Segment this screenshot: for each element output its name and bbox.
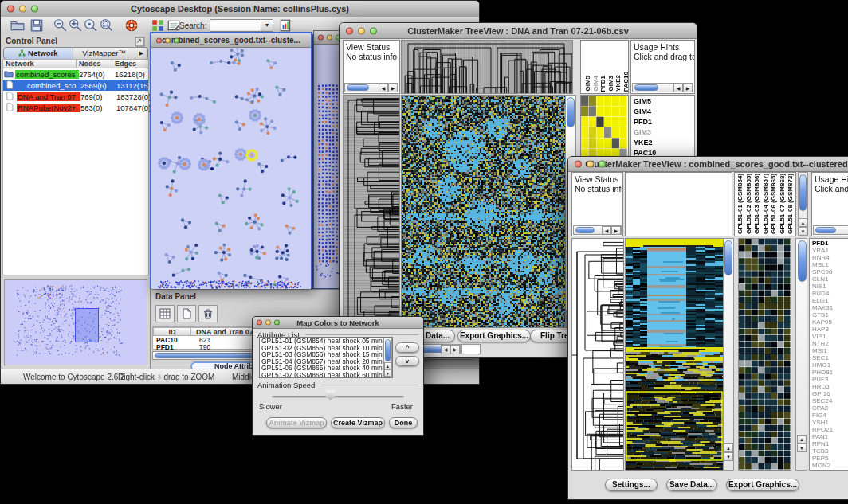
column-label[interactable]: PFD1 — [599, 76, 607, 92]
open-session-button[interactable] — [10, 18, 25, 33]
minimize-button[interactable] — [265, 320, 271, 326]
column-label[interactable]: GPL51-02 (GSM855) — [745, 174, 752, 234]
scroll-right-arrow[interactable]: ▶ — [683, 84, 693, 92]
gene-label[interactable]: GTB1 — [812, 311, 848, 318]
delete-attribute-trash-icon[interactable] — [198, 305, 218, 322]
network-canvas[interactable] — [151, 48, 311, 289]
animation-speed-slider-track[interactable] — [272, 396, 404, 398]
gene-label[interactable]: GIM5 — [634, 96, 694, 107]
gene-label[interactable]: NIS1 — [812, 283, 848, 290]
tv2-save-data-button[interactable]: Save Data... — [666, 479, 717, 491]
gene-label[interactable]: FIG4 — [812, 412, 848, 419]
scroll-down-arrow[interactable]: ▼ — [797, 443, 807, 452]
scroll-right-arrow[interactable]: ▶ — [611, 226, 621, 235]
scroll-left-arrow[interactable]: ◀ — [673, 84, 683, 92]
zoom-button[interactable] — [599, 161, 606, 168]
minimize-button[interactable] — [587, 161, 594, 168]
gene-label[interactable]: SEC1 — [812, 354, 848, 361]
close-button[interactable] — [257, 320, 262, 326]
gene-label[interactable]: VIP1 — [812, 333, 848, 340]
tv1-view-status-scrollbar[interactable]: ◀ ▶ — [344, 83, 398, 92]
gene-label[interactable]: NTR2 — [812, 340, 848, 347]
gene-label[interactable]: HMG1 — [812, 361, 848, 369]
save-session-button[interactable] — [29, 18, 44, 33]
header-network[interactable]: Network — [2, 59, 77, 68]
scroll-right-arrow[interactable]: ▶ — [450, 345, 460, 354]
zoom-button[interactable] — [31, 6, 38, 13]
dialog-title-bar[interactable]: Map Colors to Network — [253, 317, 423, 329]
search-dropdown-arrow[interactable]: ▼ — [261, 19, 273, 32]
attribute-list-item[interactable]: GPL51-07 (GSM868) heat shock 60 min — [261, 372, 392, 378]
column-label[interactable]: GIM4 — [592, 76, 599, 92]
minimize-button[interactable] — [327, 35, 332, 41]
scroll-left-arrow[interactable]: ◀ — [379, 84, 388, 92]
tv2-heatmap-canvas[interactable] — [626, 239, 724, 470]
column-label[interactable]: GPL51-06 (GSM865) — [770, 174, 777, 234]
scroll-up-arrow[interactable]: ▲ — [384, 362, 391, 369]
gene-label[interactable]: CLN1 — [812, 275, 848, 283]
gene-label[interactable]: HAP3 — [812, 326, 848, 333]
scroll-down-arrow[interactable]: ▼ — [384, 369, 391, 377]
network-list-row[interactable]: DNA and Tran 07769(0)183728(0) — [3, 91, 148, 102]
gene-label[interactable]: RNR4 — [812, 254, 848, 261]
scroll-left-arrow[interactable]: ◀ — [441, 345, 450, 354]
tv1-row-dendrogram[interactable] — [344, 96, 399, 327]
minimize-button[interactable] — [19, 6, 26, 13]
column-label[interactable]: GPL51-08 (GSM872) — [787, 174, 794, 234]
scroll-down-arrow[interactable]: ▼ — [724, 452, 733, 461]
close-button[interactable] — [156, 37, 162, 43]
gene-label[interactable]: SEC24 — [812, 397, 848, 404]
gene-label[interactable]: PHO81 — [812, 369, 848, 376]
tv1-heatmap-canvas[interactable] — [402, 96, 566, 327]
move-up-button[interactable]: ^ — [395, 342, 419, 353]
tv2-column-labels-scrollbar[interactable]: ▲ ▼ — [798, 172, 808, 236]
column-label[interactable]: PAC10 — [622, 72, 630, 92]
search-report-icon[interactable] — [278, 18, 292, 33]
network-overview[interactable] — [4, 279, 147, 365]
id-column-header[interactable]: ID — [153, 327, 191, 336]
gene-label[interactable]: YKE2 — [634, 138, 694, 148]
column-label[interactable]: GPL51-07 (GSM868) — [779, 174, 786, 234]
attribute-list-scrollbar[interactable]: ▲ ▼ — [383, 338, 392, 377]
tv2-detail-vscrollbar[interactable]: ▲ ▼ — [795, 238, 807, 471]
tv1-usage-hints-scrollbar[interactable]: ◀ ▶ — [632, 83, 693, 92]
tab-network[interactable]: Network — [3, 47, 73, 60]
animate-vizmap-button[interactable]: Animate Vizmap — [266, 417, 327, 428]
scroll-up-arrow[interactable]: ▲ — [797, 435, 807, 443]
network-list-row[interactable]: combined_sco2569(6)13112(15) — [3, 80, 148, 91]
gene-label[interactable]: MSI1 — [812, 347, 848, 354]
gene-label[interactable]: CPA2 — [812, 404, 848, 412]
tv2-usage-hints-scrollbar[interactable] — [813, 225, 848, 235]
network-window-title-bar[interactable]: combined_scores_good.txt--cluste... — [151, 33, 311, 48]
column-label[interactable]: GIM3 — [607, 76, 614, 92]
done-button[interactable]: Done — [389, 417, 418, 428]
scroll-right-arrow[interactable]: ▶ — [388, 84, 398, 92]
zoom-fit-icon[interactable] — [100, 18, 114, 33]
tv2-export-graphics-button[interactable]: Export Graphics... — [726, 479, 799, 491]
tv1-column-dendrogram[interactable] — [402, 41, 572, 93]
scroll-down-arrow[interactable]: ▼ — [799, 227, 807, 236]
vizmapper-grid-icon[interactable] — [151, 18, 165, 33]
attribute-table-button[interactable] — [155, 305, 175, 322]
scroll-left-arrow[interactable]: ◀ — [602, 226, 611, 235]
gene-label[interactable]: PFD1 — [634, 117, 694, 127]
zoom-button[interactable] — [370, 27, 377, 34]
header-edges[interactable]: Edges — [112, 59, 149, 68]
gene-label[interactable]: TCB3 — [812, 447, 848, 455]
zoom-button[interactable] — [274, 320, 280, 326]
gene-label[interactable]: PUF3 — [812, 376, 848, 383]
gene-label[interactable]: GIM4 — [634, 107, 694, 117]
gene-label[interactable]: MSL1 — [812, 261, 848, 268]
header-nodes[interactable]: Nodes — [77, 59, 112, 68]
gene-label[interactable]: KAP95 — [812, 318, 848, 326]
tv1-export-graphics-button[interactable]: Export Graphics... — [457, 330, 531, 342]
close-button[interactable] — [575, 161, 582, 168]
main-title-bar[interactable]: Cytoscape Desktop (Session Name: collins… — [1, 1, 479, 18]
gene-label[interactable]: GIM3 — [634, 127, 694, 138]
column-label[interactable]: GPL51-04 (GSM857) — [762, 174, 769, 234]
column-label[interactable]: GIM5 — [584, 76, 591, 92]
gene-label[interactable]: ELG1 — [812, 297, 848, 304]
close-button[interactable] — [346, 27, 353, 34]
new-attribute-button[interactable] — [177, 305, 196, 322]
network-list-row[interactable]: RNAPuberNov2+563(0)107847(0) — [3, 102, 148, 113]
